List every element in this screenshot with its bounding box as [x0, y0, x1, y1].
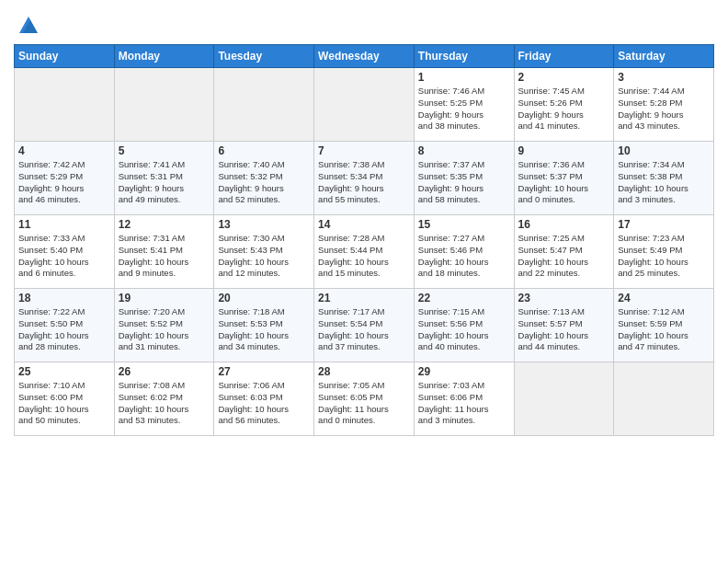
calendar-cell: 16Sunrise: 7:25 AM Sunset: 5:47 PM Dayli…	[514, 215, 614, 289]
page-container: SundayMondayTuesdayWednesdayThursdayFrid…	[0, 0, 728, 445]
day-number: 21	[318, 292, 410, 304]
day-number: 23	[518, 292, 610, 304]
calendar-cell: 13Sunrise: 7:30 AM Sunset: 5:43 PM Dayli…	[214, 215, 314, 289]
calendar-cell: 11Sunrise: 7:33 AM Sunset: 5:40 PM Dayli…	[15, 215, 115, 289]
weekday-header-friday: Friday	[514, 45, 614, 68]
day-info: Sunrise: 7:45 AM Sunset: 5:26 PM Dayligh…	[518, 86, 610, 132]
day-number: 14	[318, 218, 410, 231]
calendar-cell: 15Sunrise: 7:27 AM Sunset: 5:46 PM Dayli…	[414, 215, 514, 289]
day-number: 24	[618, 292, 710, 304]
calendar-cell: 18Sunrise: 7:22 AM Sunset: 5:50 PM Dayli…	[15, 289, 115, 362]
calendar-week-2: 4Sunrise: 7:42 AM Sunset: 5:29 PM Daylig…	[15, 142, 714, 215]
calendar-cell: 4Sunrise: 7:42 AM Sunset: 5:29 PM Daylig…	[15, 142, 115, 215]
day-info: Sunrise: 7:36 AM Sunset: 5:37 PM Dayligh…	[518, 159, 610, 206]
header	[14, 9, 714, 39]
logo-icon	[16, 13, 41, 39]
day-number: 13	[218, 218, 310, 231]
weekday-header-wednesday: Wednesday	[314, 45, 415, 68]
calendar-cell: 22Sunrise: 7:15 AM Sunset: 5:56 PM Dayli…	[414, 289, 514, 362]
weekday-header-thursday: Thursday	[414, 45, 514, 68]
calendar-cell: 2Sunrise: 7:45 AM Sunset: 5:26 PM Daylig…	[514, 68, 614, 142]
day-number: 8	[418, 144, 510, 157]
calendar-week-5: 25Sunrise: 7:10 AM Sunset: 6:00 PM Dayli…	[15, 362, 714, 436]
calendar-cell: 17Sunrise: 7:23 AM Sunset: 5:49 PM Dayli…	[614, 215, 714, 289]
day-info: Sunrise: 7:13 AM Sunset: 5:57 PM Dayligh…	[518, 306, 610, 353]
calendar-cell: 25Sunrise: 7:10 AM Sunset: 6:00 PM Dayli…	[15, 362, 115, 436]
calendar-cell: 6Sunrise: 7:40 AM Sunset: 5:32 PM Daylig…	[214, 142, 314, 215]
calendar-cell	[214, 68, 314, 142]
day-info: Sunrise: 7:28 AM Sunset: 5:44 PM Dayligh…	[318, 233, 410, 280]
day-info: Sunrise: 7:30 AM Sunset: 5:43 PM Dayligh…	[218, 233, 310, 280]
weekday-header-monday: Monday	[114, 45, 214, 68]
calendar-cell: 26Sunrise: 7:08 AM Sunset: 6:02 PM Dayli…	[114, 362, 214, 436]
calendar-cell: 21Sunrise: 7:17 AM Sunset: 5:54 PM Dayli…	[314, 289, 415, 362]
calendar-cell: 29Sunrise: 7:03 AM Sunset: 6:06 PM Dayli…	[414, 362, 514, 436]
day-info: Sunrise: 7:15 AM Sunset: 5:56 PM Dayligh…	[418, 306, 510, 353]
day-info: Sunrise: 7:34 AM Sunset: 5:38 PM Dayligh…	[618, 159, 710, 206]
day-number: 29	[418, 365, 510, 378]
calendar-cell: 27Sunrise: 7:06 AM Sunset: 6:03 PM Dayli…	[214, 362, 314, 436]
calendar-cell: 1Sunrise: 7:46 AM Sunset: 5:25 PM Daylig…	[414, 68, 514, 142]
calendar-cell: 10Sunrise: 7:34 AM Sunset: 5:38 PM Dayli…	[614, 142, 714, 215]
day-number: 10	[618, 144, 710, 157]
day-info: Sunrise: 7:05 AM Sunset: 6:05 PM Dayligh…	[318, 380, 410, 427]
day-info: Sunrise: 7:37 AM Sunset: 5:35 PM Dayligh…	[418, 159, 510, 206]
weekday-header-tuesday: Tuesday	[214, 45, 314, 68]
day-number: 12	[119, 218, 210, 231]
day-number: 19	[119, 292, 210, 304]
calendar-cell: 19Sunrise: 7:20 AM Sunset: 5:52 PM Dayli…	[114, 289, 214, 362]
day-number: 3	[618, 71, 710, 84]
day-number: 22	[418, 292, 510, 304]
day-info: Sunrise: 7:17 AM Sunset: 5:54 PM Dayligh…	[318, 306, 410, 353]
calendar-cell: 12Sunrise: 7:31 AM Sunset: 5:41 PM Dayli…	[114, 215, 214, 289]
day-info: Sunrise: 7:33 AM Sunset: 5:40 PM Dayligh…	[18, 233, 110, 280]
day-info: Sunrise: 7:06 AM Sunset: 6:03 PM Dayligh…	[218, 380, 310, 427]
calendar-cell: 14Sunrise: 7:28 AM Sunset: 5:44 PM Dayli…	[314, 215, 415, 289]
day-number: 20	[218, 292, 310, 304]
day-number: 28	[318, 365, 410, 378]
day-info: Sunrise: 7:20 AM Sunset: 5:52 PM Dayligh…	[119, 306, 210, 353]
day-info: Sunrise: 7:42 AM Sunset: 5:29 PM Dayligh…	[18, 159, 110, 206]
day-info: Sunrise: 7:23 AM Sunset: 5:49 PM Dayligh…	[618, 233, 710, 280]
calendar-cell	[114, 68, 214, 142]
calendar-cell: 28Sunrise: 7:05 AM Sunset: 6:05 PM Dayli…	[314, 362, 415, 436]
day-info: Sunrise: 7:03 AM Sunset: 6:06 PM Dayligh…	[418, 380, 510, 427]
calendar-cell: 8Sunrise: 7:37 AM Sunset: 5:35 PM Daylig…	[414, 142, 514, 215]
day-info: Sunrise: 7:40 AM Sunset: 5:32 PM Dayligh…	[218, 159, 310, 206]
day-number: 15	[418, 218, 510, 231]
day-number: 27	[218, 365, 310, 378]
day-info: Sunrise: 7:27 AM Sunset: 5:46 PM Dayligh…	[418, 233, 510, 280]
day-info: Sunrise: 7:31 AM Sunset: 5:41 PM Dayligh…	[119, 233, 210, 280]
day-info: Sunrise: 7:44 AM Sunset: 5:28 PM Dayligh…	[618, 86, 710, 132]
day-info: Sunrise: 7:25 AM Sunset: 5:47 PM Dayligh…	[518, 233, 610, 280]
calendar-cell	[314, 68, 415, 142]
day-info: Sunrise: 7:46 AM Sunset: 5:25 PM Dayligh…	[418, 86, 510, 132]
day-info: Sunrise: 7:10 AM Sunset: 6:00 PM Dayligh…	[18, 380, 110, 427]
day-info: Sunrise: 7:38 AM Sunset: 5:34 PM Dayligh…	[318, 159, 410, 206]
day-number: 6	[218, 144, 310, 157]
day-number: 2	[518, 71, 610, 84]
calendar-week-1: 1Sunrise: 7:46 AM Sunset: 5:25 PM Daylig…	[15, 68, 714, 142]
weekday-header-sunday: Sunday	[15, 45, 115, 68]
day-number: 17	[618, 218, 710, 231]
logo	[14, 13, 41, 39]
calendar-cell	[614, 362, 714, 436]
calendar-week-3: 11Sunrise: 7:33 AM Sunset: 5:40 PM Dayli…	[15, 215, 714, 289]
day-number: 11	[18, 218, 110, 231]
calendar-cell: 7Sunrise: 7:38 AM Sunset: 5:34 PM Daylig…	[314, 142, 415, 215]
calendar-cell	[15, 68, 115, 142]
calendar-cell: 23Sunrise: 7:13 AM Sunset: 5:57 PM Dayli…	[514, 289, 614, 362]
weekday-header-saturday: Saturday	[614, 45, 714, 68]
day-number: 4	[18, 144, 110, 157]
day-info: Sunrise: 7:08 AM Sunset: 6:02 PM Dayligh…	[119, 380, 210, 427]
day-info: Sunrise: 7:12 AM Sunset: 5:59 PM Dayligh…	[618, 306, 710, 353]
day-number: 5	[119, 144, 210, 157]
day-number: 18	[18, 292, 110, 304]
day-number: 16	[518, 218, 610, 231]
calendar-cell: 3Sunrise: 7:44 AM Sunset: 5:28 PM Daylig…	[614, 68, 714, 142]
day-info: Sunrise: 7:41 AM Sunset: 5:31 PM Dayligh…	[119, 159, 210, 206]
weekday-header-row: SundayMondayTuesdayWednesdayThursdayFrid…	[15, 45, 714, 68]
day-number: 9	[518, 144, 610, 157]
day-number: 25	[18, 365, 110, 378]
calendar-week-4: 18Sunrise: 7:22 AM Sunset: 5:50 PM Dayli…	[15, 289, 714, 362]
